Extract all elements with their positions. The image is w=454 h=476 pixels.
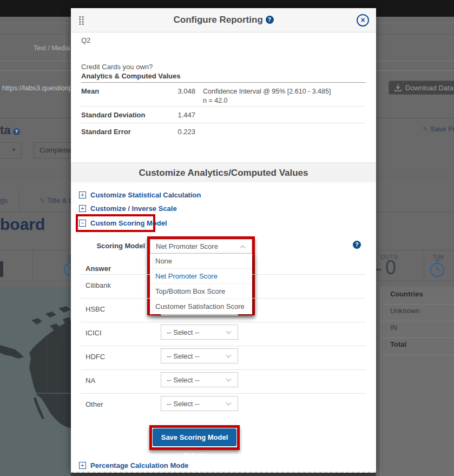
stat-value: 0.223 bbox=[157, 128, 195, 136]
stat-label: Standard Deviation bbox=[81, 111, 145, 119]
analytics-header: Analytics & Computed Values bbox=[81, 72, 181, 80]
section-label: Percentage Calculation Mode bbox=[90, 461, 188, 470]
divider bbox=[381, 338, 454, 338]
countries-card: Countries Unknown IN Total bbox=[380, 287, 454, 476]
select-placeholder: -- Select -- bbox=[167, 328, 200, 336]
sample-size: n = 42.0 bbox=[203, 96, 331, 105]
answer-column-header: Answer bbox=[85, 265, 111, 273]
answer-row-label: HSBC bbox=[85, 305, 105, 313]
dropdown-option-none[interactable]: None bbox=[150, 254, 252, 269]
divider bbox=[81, 346, 366, 346]
modal-title-row: Configure Reporting ? bbox=[71, 15, 376, 25]
text-media-dropdown[interactable]: Text / Media ▾ bbox=[34, 44, 75, 52]
save-scoring-model-button[interactable]: Save Scoring Model Values bbox=[153, 428, 236, 446]
chevron-up-icon bbox=[240, 246, 246, 251]
stopwatch-icon bbox=[429, 259, 446, 279]
divider bbox=[81, 369, 366, 370]
answer-row-label: Citibank bbox=[85, 281, 111, 289]
background-behind-modal bbox=[71, 473, 376, 476]
section-label: Custom Scoring Model bbox=[90, 219, 167, 227]
section-label: Customize / Inverse Scale bbox=[90, 204, 177, 213]
divider bbox=[381, 321, 454, 321]
download-icon bbox=[394, 84, 402, 91]
divider bbox=[381, 304, 454, 305]
expand-icon: + bbox=[79, 462, 86, 469]
data-heading-text: ta bbox=[0, 123, 11, 137]
question-text: Credit Cards you own? bbox=[81, 63, 153, 71]
country-row[interactable]: Unknown bbox=[381, 307, 454, 315]
dropdown-option-top-bottom-box-score[interactable]: Top/Bottom Box Score bbox=[150, 284, 252, 299]
answer-row-label: ICICI bbox=[85, 329, 102, 337]
save-filter-label: Save Filt bbox=[430, 125, 454, 133]
stat-label: Mean bbox=[81, 87, 99, 95]
dropdown-option-customer-satisfaction-score[interactable]: Customer Satisfaction Score bbox=[150, 299, 252, 314]
divider bbox=[81, 82, 366, 83]
answer-row-label: NA bbox=[85, 376, 95, 385]
divider bbox=[81, 393, 366, 394]
dropouts-stat-value: 0 bbox=[385, 256, 396, 279]
answer-select-hdfc[interactable]: -- Select -- bbox=[161, 348, 238, 363]
country-row[interactable]: IN bbox=[381, 323, 454, 332]
confidence-interval: Confidence Interval @ 95% [2.610 - 3.485… bbox=[203, 87, 331, 96]
survey-url-text: https://labs3.questionpr bbox=[2, 84, 71, 92]
data-page-heading: ta ? bbox=[0, 123, 20, 137]
expand-icon: + bbox=[79, 205, 86, 212]
answer-row-label: Other bbox=[85, 400, 103, 408]
download-data-button[interactable]: Download Data bbox=[389, 81, 454, 95]
chevron-down-icon bbox=[226, 400, 232, 406]
answer-row-label: HDFC bbox=[85, 353, 105, 361]
divider bbox=[81, 322, 366, 322]
settings-tab[interactable]: gs bbox=[0, 196, 8, 204]
title-layout-label: Title & L bbox=[47, 196, 73, 204]
settings-tab-label: gs bbox=[0, 196, 8, 204]
help-icon[interactable]: ? bbox=[266, 16, 274, 24]
scoring-model-label: Scoring Model bbox=[87, 242, 145, 250]
divider bbox=[19, 189, 19, 211]
chevron-down-icon bbox=[226, 376, 232, 382]
divider bbox=[32, 250, 33, 281]
dropdown-option-net-promoter-score[interactable]: Net Promoter Score bbox=[150, 269, 252, 284]
close-icon[interactable]: × bbox=[357, 14, 369, 27]
section-label: Customize Statistical Calculation bbox=[90, 191, 201, 199]
pencil-icon: ✎ bbox=[40, 197, 45, 204]
divider bbox=[81, 123, 366, 123]
caret-down-icon: ▼ bbox=[11, 147, 16, 153]
select-placeholder: -- Select -- bbox=[167, 352, 200, 360]
modal-header: Configure Reporting ? × bbox=[71, 8, 376, 32]
filter-dropdown[interactable]: ▼ bbox=[0, 142, 22, 158]
stat-value: 1.447 bbox=[157, 111, 195, 119]
dashboard-heading: board bbox=[0, 215, 45, 234]
section-customize-statistical-calculation[interactable]: + Customize Statistical Calculation bbox=[79, 191, 201, 199]
screen: Text / Media ▾ https://labs3.questionpr … bbox=[0, 0, 454, 476]
select-placeholder: -- Select -- bbox=[167, 376, 200, 384]
collapse-icon: − bbox=[79, 220, 86, 227]
section-custom-scoring-model[interactable]: − Custom Scoring Model bbox=[79, 219, 167, 227]
modal-title: Configure Reporting bbox=[174, 15, 263, 25]
pencil-icon: ✎ bbox=[423, 125, 428, 133]
answer-select-na[interactable]: -- Select -- bbox=[161, 372, 238, 387]
title-layout-tab[interactable]: ✎Title & L bbox=[40, 196, 73, 204]
section-percentage-calculation-mode[interactable]: + Percentage Calculation Mode bbox=[79, 461, 188, 470]
answer-select-icici[interactable]: -- Select -- bbox=[161, 325, 238, 340]
save-filter-link[interactable]: ✎Save Filt bbox=[423, 125, 454, 133]
stat-note: Confidence Interval @ 95% [2.610 - 3.485… bbox=[203, 87, 331, 105]
question-code: Q2 bbox=[81, 36, 90, 44]
customize-section-header: Customize Analytics/Computed Values bbox=[71, 162, 376, 182]
scoring-model-select[interactable]: Net Promoter Score bbox=[150, 239, 252, 254]
chevron-down-icon bbox=[226, 353, 232, 358]
divider bbox=[424, 250, 424, 281]
countries-total-row: Total bbox=[381, 340, 454, 348]
divider bbox=[81, 106, 366, 107]
help-icon[interactable]: ? bbox=[13, 128, 20, 135]
section-customize-inverse-scale[interactable]: + Customize / Inverse Scale bbox=[79, 204, 177, 213]
download-data-label: Download Data bbox=[405, 84, 453, 92]
countries-header: Countries bbox=[381, 290, 454, 298]
select-placeholder: -- Select -- bbox=[167, 400, 200, 408]
scoring-model-dropdown-list: None Net Promoter Score Top/Bottom Box S… bbox=[150, 254, 252, 314]
configure-reporting-modal: Configure Reporting ? × Q2 Credit Cards … bbox=[71, 8, 376, 473]
stat-value: 3.048 bbox=[157, 87, 195, 95]
stat-label: Standard Error bbox=[81, 128, 131, 136]
world-map[interactable] bbox=[0, 287, 71, 476]
answer-select-other[interactable]: -- Select -- bbox=[161, 396, 238, 411]
help-icon[interactable]: ? bbox=[353, 241, 361, 249]
